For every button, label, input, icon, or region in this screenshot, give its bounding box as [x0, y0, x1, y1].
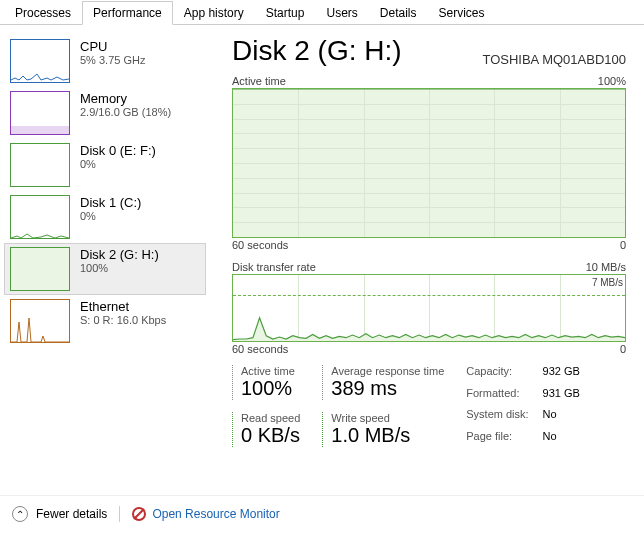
stat-write-speed: Write speed 1.0 MB/s	[322, 412, 444, 447]
sidebar-item-disk1[interactable]: Disk 1 (C:) 0%	[4, 191, 206, 243]
axis-left: 60 seconds	[232, 343, 288, 355]
chart-header-active: Active time 100%	[232, 75, 626, 87]
stat-label: Read speed	[241, 412, 300, 424]
tabs-bar: Processes Performance App history Startu…	[0, 0, 644, 25]
stat-value: 0 KB/s	[241, 424, 300, 447]
chevron-up-icon: ⌃	[12, 506, 28, 522]
stat-label: Active time	[241, 365, 300, 377]
prop-key: System disk:	[466, 408, 528, 426]
disk-sparkline-icon	[10, 195, 70, 239]
chart-active-time	[232, 88, 626, 238]
stat-value: 389 ms	[331, 377, 444, 400]
tab-startup[interactable]: Startup	[255, 1, 316, 25]
chart-transfer-rate: 7 MB/s	[232, 274, 626, 342]
memory-sparkline-icon	[10, 91, 70, 135]
sidebar-item-cpu[interactable]: CPU 5% 3.75 GHz	[4, 35, 206, 87]
svg-marker-0	[233, 318, 625, 341]
prop-value: 932 GB	[543, 365, 580, 383]
divider	[119, 506, 120, 522]
sidebar-item-label: Ethernet	[80, 299, 166, 314]
chart-axis-active: 60 seconds 0	[232, 239, 626, 251]
sidebar-item-sublabel: 5% 3.75 GHz	[80, 54, 145, 66]
sidebar-item-disk0[interactable]: Disk 0 (E: F:) 0%	[4, 139, 206, 191]
tab-users[interactable]: Users	[315, 1, 368, 25]
cpu-sparkline-icon	[10, 39, 70, 83]
sidebar-item-label: CPU	[80, 39, 145, 54]
open-resource-monitor-link[interactable]: Open Resource Monitor	[132, 507, 279, 521]
disk-properties: Capacity: 932 GB Formatted: 931 GB Syste…	[466, 365, 580, 447]
title-row: Disk 2 (G: H:) TOSHIBA MQ01ABD100	[232, 35, 626, 67]
stat-read-speed: Read speed 0 KB/s	[232, 412, 300, 447]
chart-max: 100%	[598, 75, 626, 87]
prop-value: No	[543, 430, 580, 448]
axis-right: 0	[620, 343, 626, 355]
footer: ⌃ Fewer details Open Resource Monitor	[0, 495, 644, 532]
axis-right: 0	[620, 239, 626, 251]
prop-value: No	[543, 408, 580, 426]
fewer-details-label: Fewer details	[36, 507, 107, 521]
prop-key: Page file:	[466, 430, 528, 448]
sidebar-item-sublabel: 2.9/16.0 GB (18%)	[80, 106, 171, 118]
page-title: Disk 2 (G: H:)	[232, 35, 402, 67]
disk-model: TOSHIBA MQ01ABD100	[482, 52, 626, 67]
sidebar-item-memory[interactable]: Memory 2.9/16.0 GB (18%)	[4, 87, 206, 139]
content-area: CPU 5% 3.75 GHz Memory 2.9/16.0 GB (18%)…	[0, 25, 644, 495]
stat-avg-response: Average response time 389 ms	[322, 365, 444, 400]
chart-header-transfer: Disk transfer rate 10 MB/s	[232, 261, 626, 273]
chart-label: Active time	[232, 75, 286, 87]
stat-label: Average response time	[331, 365, 444, 377]
sidebar-item-sublabel: 0%	[80, 210, 141, 222]
prop-key: Capacity:	[466, 365, 528, 383]
stat-active-time: Active time 100%	[232, 365, 300, 400]
chart-max: 10 MB/s	[586, 261, 626, 273]
sidebar: CPU 5% 3.75 GHz Memory 2.9/16.0 GB (18%)…	[0, 25, 210, 495]
tab-processes[interactable]: Processes	[4, 1, 82, 25]
sidebar-item-sublabel: 0%	[80, 158, 156, 170]
disk-sparkline-icon	[10, 143, 70, 187]
resource-monitor-icon	[132, 507, 146, 521]
chart-label: Disk transfer rate	[232, 261, 316, 273]
tab-details[interactable]: Details	[369, 1, 428, 25]
stat-label: Write speed	[331, 412, 444, 424]
stat-value: 100%	[241, 377, 300, 400]
stats-area: Active time 100% Read speed 0 KB/s Avera…	[232, 365, 626, 447]
chart-axis-transfer: 60 seconds 0	[232, 343, 626, 355]
sidebar-item-disk2[interactable]: Disk 2 (G: H:) 100%	[4, 243, 206, 295]
sidebar-item-label: Disk 2 (G: H:)	[80, 247, 159, 262]
tab-performance[interactable]: Performance	[82, 1, 173, 25]
tab-services[interactable]: Services	[428, 1, 496, 25]
tab-app-history[interactable]: App history	[173, 1, 255, 25]
main-panel: Disk 2 (G: H:) TOSHIBA MQ01ABD100 Active…	[210, 25, 644, 495]
sidebar-item-label: Disk 0 (E: F:)	[80, 143, 156, 158]
disk-sparkline-icon	[10, 247, 70, 291]
fewer-details-button[interactable]: ⌃ Fewer details	[12, 506, 107, 522]
ethernet-sparkline-icon	[10, 299, 70, 343]
sidebar-item-sublabel: 100%	[80, 262, 159, 274]
prop-value: 931 GB	[543, 387, 580, 405]
axis-left: 60 seconds	[232, 239, 288, 251]
stat-value: 1.0 MB/s	[331, 424, 444, 447]
sidebar-item-ethernet[interactable]: Ethernet S: 0 R: 16.0 Kbps	[4, 295, 206, 347]
resmon-label: Open Resource Monitor	[152, 507, 279, 521]
prop-key: Formatted:	[466, 387, 528, 405]
sidebar-item-sublabel: S: 0 R: 16.0 Kbps	[80, 314, 166, 326]
sidebar-item-label: Memory	[80, 91, 171, 106]
sidebar-item-label: Disk 1 (C:)	[80, 195, 141, 210]
